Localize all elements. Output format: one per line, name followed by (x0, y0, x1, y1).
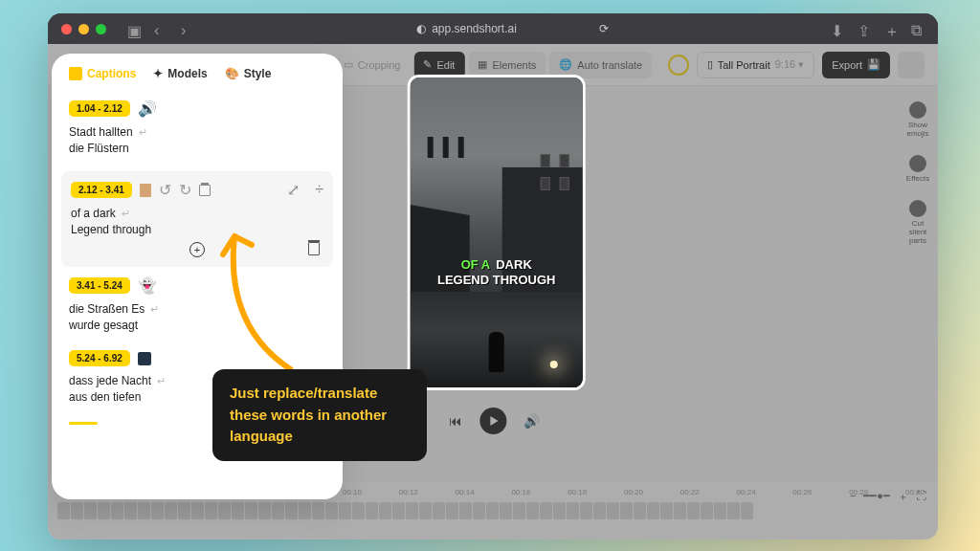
caption-block-selected[interactable]: 2.12 - 3.41 ↺ ↻ ⤢ ÷ of a dark↵ Legend th… (61, 171, 333, 267)
tab-style[interactable]: 🎨Style (225, 67, 272, 80)
cropping-button[interactable]: ▭Cropping (334, 52, 411, 78)
url-bar[interactable]: ◐ app.sendshort.ai ⟳ (204, 22, 821, 35)
new-tab-icon[interactable]: ＋ (884, 22, 898, 35)
caption-line[interactable]: wurde gesagt (69, 319, 325, 332)
timeline-clips (57, 502, 928, 519)
enter-icon: ↵ (150, 303, 159, 316)
palette-icon: 🎨 (225, 67, 239, 80)
nav-back-icon[interactable]: ‹ (154, 22, 167, 35)
zoom-slider[interactable]: ━━●━ (863, 490, 890, 504)
export-button[interactable]: Export💾 (822, 52, 890, 78)
thumb-icon (138, 352, 151, 365)
shield-icon: ◐ (416, 22, 426, 35)
browser-window: ▣ ‹ › ◐ app.sendshort.ai ⟳ ⬇ ⇪ ＋ ⧉ ‹ Bac… (48, 13, 938, 540)
app-root: ‹ Back ▭Cropping ✎Edit ▦Elements 🌐Auto t… (48, 44, 938, 540)
tab-models[interactable]: ✦Models (153, 67, 207, 80)
timestamp-pill: 5.24 - 6.92 (69, 350, 130, 366)
enter-icon: ↵ (139, 126, 147, 139)
cut-silent-tool[interactable]: Cut silent parts (905, 200, 930, 245)
window-controls (61, 24, 106, 34)
undo-icon[interactable]: ↺ (159, 181, 171, 199)
nav-forward-icon[interactable]: › (181, 22, 194, 35)
share-icon[interactable]: ⇪ (858, 22, 871, 35)
caption-block[interactable]: 3.41 - 5.24👻 die Straßen Es↵ wurde gesag… (52, 271, 343, 344)
caption-line[interactable]: Stadt hallten↵ (69, 125, 325, 139)
caption-block[interactable]: 1.04 - 2.12🔊 Stadt hallten↵ die Flüstern (52, 94, 343, 167)
titlebar: ▣ ‹ › ◐ app.sendshort.ai ⟳ ⬇ ⇪ ＋ ⧉ (48, 13, 938, 44)
url-text: app.sendshort.ai (432, 22, 517, 35)
tabs-icon[interactable]: ⧉ (911, 22, 924, 35)
preview-scene: OF ADARK LEGEND THROUGH (411, 77, 583, 387)
volume-icon[interactable]: 🔊 (523, 413, 540, 429)
timestamp-pill: 1.04 - 2.12 (69, 100, 130, 117)
effects-tool[interactable]: Effects (905, 155, 930, 183)
add-caption-button[interactable]: + (189, 242, 205, 257)
maximize-window[interactable] (96, 24, 106, 34)
split-icon[interactable]: ÷ (315, 181, 323, 199)
side-tools: Show emojis Effects Cut silent parts (905, 101, 930, 245)
status-indicator (668, 55, 689, 76)
download-icon[interactable]: ⬇ (831, 22, 844, 35)
redo-icon[interactable]: ↻ (179, 181, 191, 199)
video-preview[interactable]: OF ADARK LEGEND THROUGH (408, 75, 586, 390)
enter-icon: ↵ (157, 375, 166, 387)
accent-bar (69, 422, 98, 425)
timestamp-pill: 2.12 - 3.41 (71, 182, 132, 198)
timestamp-pill: 3.41 - 5.24 (69, 277, 130, 294)
caption-overlay: OF ADARK LEGEND THROUGH (411, 257, 583, 287)
tab-captions[interactable]: Captions (69, 67, 136, 80)
fit-icon[interactable]: ⛶ (916, 490, 926, 504)
show-emojis-tool[interactable]: Show emojis (905, 101, 930, 138)
annotation-callout: Just replace/translate these words in an… (212, 369, 427, 461)
avatar[interactable] (898, 52, 924, 78)
close-window[interactable] (61, 24, 72, 34)
caption-line[interactable]: of a dark↵ (71, 207, 323, 220)
enter-icon: ↵ (122, 208, 130, 220)
play-button[interactable] (479, 408, 506, 434)
move-icon[interactable]: ⤢ (287, 181, 300, 199)
caption-line[interactable]: die Flüstern (69, 142, 325, 155)
emoji-icon: 🔊 (138, 99, 157, 118)
zoom-out-icon[interactable]: − (850, 490, 856, 504)
sidebar-icon[interactable]: ▣ (127, 22, 141, 35)
trash-icon[interactable] (199, 185, 211, 196)
caption-line[interactable]: Legend through (71, 223, 323, 236)
clipboard-icon[interactable] (140, 184, 151, 197)
orientation-select[interactable]: ▯Tall Portrait9:16 ▾ (697, 52, 815, 78)
minimize-window[interactable] (78, 24, 89, 34)
emoji-icon: 👻 (138, 276, 157, 295)
zoom-in-icon[interactable]: ＋ (898, 490, 908, 504)
playback-controls: ⏮ 🔊 (449, 408, 540, 434)
reload-icon[interactable]: ⟳ (599, 22, 609, 35)
caption-line[interactable]: die Straßen Es↵ (69, 302, 325, 316)
sparkle-icon: ✦ (153, 67, 163, 80)
delete-block-icon[interactable] (308, 242, 320, 255)
prev-icon[interactable]: ⏮ (449, 413, 462, 429)
